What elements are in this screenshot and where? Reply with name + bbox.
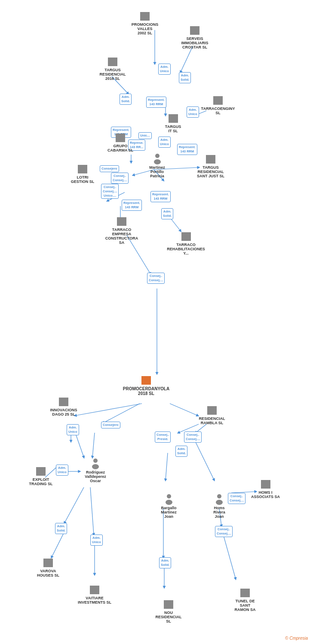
node-vaitiare: VAITIARE INVESTMENTS SL: [75, 583, 114, 605]
badge-consej-3: Consej..Consej....: [147, 273, 165, 284]
node-tarraco-empresa: TARRACO EMPRESA CONSTRUCTORA SA: [102, 215, 141, 245]
svg-rect-99: [143, 378, 145, 380]
building-icon-innovacions: [58, 395, 70, 407]
badge-consej-2: Consej..Consej....Unico....: [101, 184, 119, 199]
label-targus-it: TARGUS IT SL: [159, 125, 187, 133]
svg-rect-131: [263, 484, 264, 486]
label-promocerdanyola: PROMOCERDANYOLA 2018 SL: [123, 386, 170, 396]
svg-rect-108: [63, 402, 65, 404]
svg-rect-82: [210, 157, 212, 158]
building-icon-targus-2016: [107, 55, 119, 67]
label-grupo-cabarma: GRUPO CABARMA SL: [103, 144, 138, 152]
badge-represent-5: Represent.143 RRM: [122, 200, 142, 211]
badge-adm-unico-1: Adm.Unico: [158, 64, 171, 75]
svg-rect-145: [93, 592, 96, 594]
badge-consejero-innov: Consejero: [101, 422, 120, 428]
badge-represent-1: Represent.143 RRM: [146, 97, 166, 108]
label-targus-2016: TARGUS RESIDENCIAL 2016 SL: [95, 68, 130, 81]
svg-rect-88: [121, 219, 123, 221]
svg-rect-114: [212, 410, 213, 412]
svg-rect-91: [120, 223, 123, 226]
badge-consej-homs: Consej..Consej....: [228, 493, 245, 504]
role-label-consej-1: Consej..Consej....: [111, 173, 129, 184]
svg-rect-136: [48, 560, 49, 562]
role-label-adm-unico-2: Adm.Unico: [187, 106, 199, 118]
svg-rect-117: [38, 469, 40, 471]
svg-rect-65: [216, 102, 220, 105]
svg-rect-94: [186, 234, 187, 236]
svg-rect-107: [61, 402, 62, 404]
svg-point-123: [92, 464, 99, 469]
node-lotri-gestion: LOTRI GESTION SL: [65, 162, 100, 184]
role-label-consej-tunel: Consej..Consej....: [215, 526, 233, 537]
svg-rect-44: [194, 28, 196, 30]
svg-rect-87: [119, 219, 120, 221]
label-varova: VAROVA HOUSES SL: [31, 569, 65, 577]
svg-rect-58: [173, 118, 175, 120]
svg-rect-153: [242, 590, 244, 592]
building-icon-promocions-valles: [139, 9, 151, 21]
svg-rect-74: [82, 167, 84, 168]
badge-adm-solid-nou: Adm.Solid.: [159, 557, 171, 568]
role-label-adm-solid-residencial: Adm.Solid.: [175, 446, 187, 457]
role-label-adm-unico-3: Adm.Unico: [158, 137, 171, 148]
svg-rect-81: [208, 157, 209, 158]
label-innovacions: INNOVACIONS DAGO 25 SL: [46, 408, 81, 416]
svg-line-26: [196, 442, 214, 480]
svg-line-19: [75, 433, 84, 457]
node-exploit-trading: EXPLOIT TRADING SL: [24, 465, 58, 486]
svg-point-127: [216, 500, 223, 505]
badge-consej-presid: Consej..Presid.: [155, 431, 171, 443]
role-label-consej-2: Consej..Consej....Unico....: [101, 184, 119, 199]
svg-rect-101: [143, 380, 145, 382]
svg-rect-149: [166, 605, 167, 606]
role-label-represent-6: Represent.143 RRM: [150, 191, 171, 202]
person-icon-bargallo: [163, 493, 175, 505]
svg-rect-75: [80, 169, 81, 171]
role-label-adm-unico-vaitiare: Adm.Unico: [90, 535, 103, 546]
svg-rect-141: [92, 587, 93, 589]
label-tarraco-rehab: TARRACO REHABILITACIONES Y...: [166, 243, 206, 255]
label-bargallo: Bargallo Martinez Joan: [153, 506, 185, 519]
label-tarraco-empresa: TARRACO EMPRESA CONSTRUCTORA SA: [102, 228, 141, 245]
svg-rect-49: [110, 59, 111, 61]
building-icon-nou-residencial: [163, 598, 175, 610]
svg-rect-69: [117, 138, 119, 140]
svg-rect-55: [170, 116, 172, 118]
svg-rect-155: [242, 593, 244, 595]
label-nou-residencial: NOU RESIDENCIAL SL: [151, 611, 186, 623]
building-icon-exploit-trading: [35, 465, 47, 477]
building-icon-serveis: [189, 24, 201, 36]
badge-adm-unico-3: Adm.Unico: [158, 137, 171, 148]
building-icon-tarraco-empresa: [116, 215, 128, 227]
person-icon-rodriguez: [89, 457, 101, 469]
badge-adm-solid-residencial: Adm.Solid.: [175, 446, 187, 457]
svg-rect-96: [186, 237, 187, 238]
label-tarracoenginy: TARRACOENGINY SL: [199, 106, 237, 115]
svg-rect-97: [184, 238, 188, 241]
label-homs-associats: HOMS I ASSOCIATS SA: [247, 490, 284, 499]
badge-adm-solid-varova: Adm.Solid.: [55, 523, 67, 534]
svg-rect-111: [209, 408, 211, 410]
svg-point-125: [166, 500, 172, 505]
svg-rect-38: [144, 14, 146, 15]
svg-rect-37: [142, 14, 144, 15]
node-targus-it: TARGUS IT SL: [159, 112, 187, 133]
building-icon-lotri: [77, 162, 89, 174]
svg-rect-112: [212, 408, 213, 410]
role-label-represent-1: Represent.143 RRM: [146, 97, 166, 108]
role-label-adm-unico-innov: Adm.Unico: [67, 424, 79, 435]
node-residencial-rambla: RESIDENCIAL RAMBLA SL: [193, 404, 231, 425]
badge-adm-unico-innov: Adm.Unico: [67, 424, 79, 435]
svg-rect-90: [121, 222, 123, 223]
svg-rect-130: [265, 482, 267, 483]
svg-rect-46: [194, 30, 196, 32]
svg-point-124: [167, 494, 171, 498]
node-rodriguez: Rodriguez Valldeperez Oscar: [78, 457, 113, 483]
badge-consejero-1: Consejero: [100, 165, 119, 172]
svg-rect-77: [81, 171, 84, 173]
svg-rect-56: [173, 116, 175, 118]
svg-rect-138: [48, 563, 49, 565]
person-icon-homs: [213, 493, 225, 505]
node-tarraco-rehab: TARRACO REHABILITACIONES Y...: [166, 230, 206, 255]
